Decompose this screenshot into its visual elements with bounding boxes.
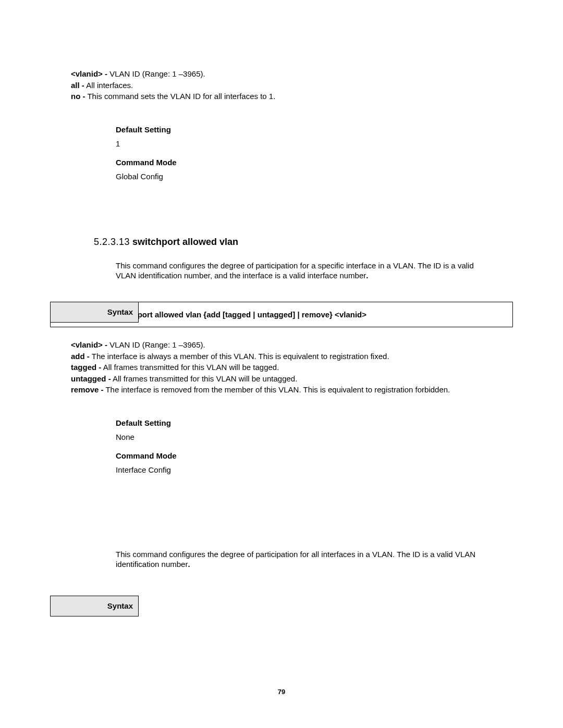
page-number: 79 — [0, 688, 563, 697]
param-label: add - — [71, 352, 90, 361]
param-text: The interface is removed from the member… — [104, 385, 450, 394]
param-label: tagged - — [71, 363, 101, 372]
intro-period: . — [188, 560, 190, 569]
default-setting-value: 1 — [116, 139, 513, 149]
param-text: All frames transmitted for this VLAN wil… — [111, 374, 298, 383]
param-text: VLAN ID (Range: 1 –3965). — [107, 340, 205, 349]
command-mode-value: Global Config — [116, 171, 513, 182]
param-label: untagged - — [71, 374, 111, 383]
param-text: All interfaces. — [84, 81, 133, 90]
param-vlanid: <vlanid> - VLAN ID (Range: 1 –3965). — [71, 69, 492, 79]
default-setting-label: Default Setting — [116, 418, 513, 428]
intro-period: . — [366, 271, 368, 280]
param-text: This command sets the VLAN ID for all in… — [85, 92, 276, 101]
param-all: all - All interfaces. — [71, 80, 492, 91]
param-label: <vlanid> - — [71, 340, 107, 349]
param-label: <vlanid> - — [71, 69, 107, 78]
intro-text: This command configures the degree of pa… — [116, 261, 474, 280]
document-page: <vlanid> - VLAN ID (Range: 1 –3965). all… — [0, 0, 563, 728]
syntax-tab-label: Syntax — [50, 302, 139, 323]
section-number: 5.2.3.13 — [94, 237, 130, 247]
param-label: no - — [71, 92, 85, 101]
param-text: All frames transmitted for this VLAN wil… — [101, 363, 279, 372]
default-setting-label: Default Setting — [116, 125, 513, 135]
param-text: VLAN ID (Range: 1 –3965). — [107, 69, 205, 78]
command-mode-label: Command Mode — [116, 451, 513, 461]
syntax-box-1: Syntax switchport allowed vlan {add [tag… — [50, 302, 513, 328]
param-add: add - The interface is always a member o… — [71, 351, 492, 362]
default-setting-value: None — [116, 432, 513, 442]
section-intro-1: This command configures the degree of pa… — [116, 261, 492, 281]
param-label: remove - — [71, 385, 104, 394]
command-mode-value: Interface Config — [116, 465, 513, 475]
settings-block-1: Default Setting 1 Command Mode Global Co… — [116, 125, 513, 182]
mid-parameter-list: <vlanid> - VLAN ID (Range: 1 –3965). add… — [71, 340, 492, 395]
syntax-tab-label-2: Syntax — [50, 596, 139, 616]
param-text: The interface is always a member of this… — [90, 352, 389, 361]
settings-block-2: Default Setting None Command Mode Interf… — [116, 418, 513, 475]
command-mode-label: Command Mode — [116, 157, 513, 168]
param-no: no - This command sets the VLAN ID for a… — [71, 91, 492, 102]
param-remove: remove - The interface is removed from t… — [71, 385, 492, 395]
top-parameter-list: <vlanid> - VLAN ID (Range: 1 –3965). all… — [71, 69, 492, 102]
intro-text: This command configures the degree of pa… — [116, 550, 475, 569]
section-heading: 5.2.3.13 switchport allowed vlan — [94, 236, 513, 248]
section-intro-2: This command configures the degree of pa… — [116, 549, 492, 570]
param-label: all - — [71, 81, 84, 90]
section-title: switchport allowed vlan — [130, 237, 238, 247]
param-vlanid: <vlanid> - VLAN ID (Range: 1 –3965). — [71, 340, 492, 350]
param-tagged: tagged - All frames transmitted for this… — [71, 362, 492, 373]
param-untagged: untagged - All frames transmitted for th… — [71, 374, 492, 384]
